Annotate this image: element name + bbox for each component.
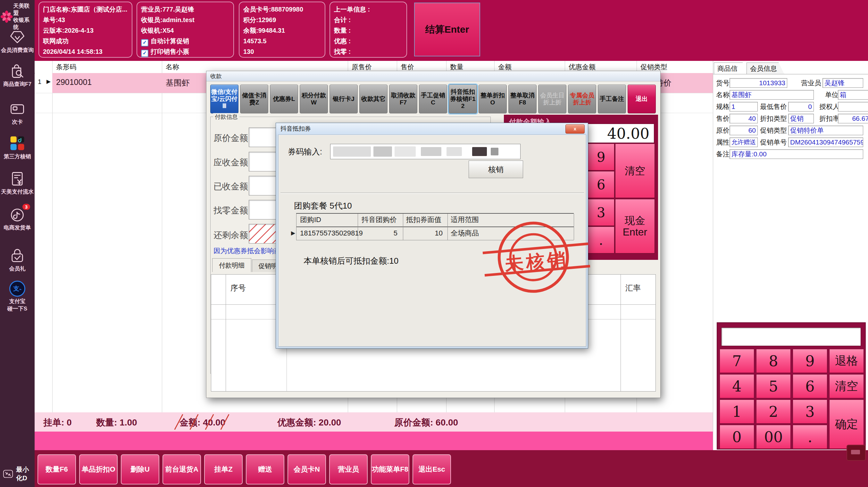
remark-field[interactable]: 库存量:0.00	[730, 149, 863, 159]
network-status: 联网成功	[43, 36, 128, 46]
detail-col-seq: 序号	[230, 283, 246, 293]
cancel-payment-button[interactable]: 取消收款F7	[389, 85, 417, 113]
keypad-display[interactable]	[721, 327, 861, 346]
clerk-field[interactable]: 吴赵锋	[823, 78, 863, 88]
key-7[interactable]: 7	[720, 349, 754, 373]
minimize-label: 最小化D	[16, 465, 35, 483]
authorizer-field[interactable]	[838, 102, 868, 111]
auto-promo-option[interactable]: ✓自动计算促销	[141, 36, 229, 46]
tab-member-info[interactable]: 会员信息	[746, 63, 784, 74]
member-extra1: 14573.5	[243, 36, 321, 46]
function-menu-button[interactable]: 功能菜单F8	[371, 454, 409, 484]
pay-key-9[interactable]: 9	[588, 143, 615, 170]
sidebar-item-member-consume-query[interactable]: 会员消费查询	[0, 29, 35, 54]
hold-order-button[interactable]: 挂单Z	[204, 454, 243, 484]
sidebar-item-member-gift[interactable]: 会员礼	[0, 247, 35, 272]
member-ext2: 130	[243, 46, 321, 57]
key-3[interactable]: 3	[793, 399, 827, 424]
receipt-yen-icon	[9, 170, 26, 187]
minimize-button[interactable]: 最小化D	[3, 465, 35, 483]
attr-field[interactable]: 允许赠送	[730, 137, 758, 147]
sidebar-item-tianmei-pay-flow[interactable]: 天美支付流水	[0, 170, 35, 195]
exit-esc-button[interactable]: 退出Esc	[412, 454, 451, 484]
min-price-field[interactable]: 0	[788, 102, 814, 111]
pay-key-dot[interactable]: .	[588, 227, 615, 253]
gift-button[interactable]: 赠送	[246, 454, 284, 484]
row-index-cell: 1 ▶	[35, 73, 52, 93]
key-00[interactable]: 00	[756, 425, 791, 449]
pay-wechat-alipay-button[interactable]: 微信/支付宝/云闪付Ⅲ	[210, 85, 239, 113]
pay-other-button[interactable]: 收款其它	[359, 85, 388, 113]
manual-promo-button[interactable]: 手工促销C	[419, 85, 447, 113]
col-barcode: 条形码	[56, 61, 76, 73]
promo-no-field[interactable]: DM26041309474965759	[788, 137, 863, 147]
douyin-coupon-verify-button[interactable]: 抖音抵扣券核销F12	[449, 85, 477, 113]
promo-type-field[interactable]: 促销特价单	[788, 126, 863, 135]
key-9[interactable]: 9	[793, 349, 827, 373]
logo-flower-icon	[0, 10, 13, 23]
unit-field[interactable]: 箱	[838, 90, 868, 100]
sidebar-item-ecommerce-shipping[interactable]: 3 电商发货单	[0, 206, 35, 231]
cashier-info-panel: 营业员:777.吴赵锋 收银员:admin.test 收银机:X54 ✓自动计算…	[136, 2, 234, 58]
item-discount-button[interactable]: 单品折扣O	[79, 454, 118, 484]
pay-key-3[interactable]: 3	[588, 199, 615, 226]
discount-rate-field[interactable]: 66.67	[838, 114, 868, 123]
key-6[interactable]: 6	[793, 374, 827, 398]
pay-key-cash-enter[interactable]: 现金Enter	[615, 199, 655, 253]
manual-remark-button[interactable]: 手工备注	[598, 85, 626, 113]
member-card-button[interactable]: 会员卡N	[287, 454, 326, 484]
tab-product-info[interactable]: 商品信息	[714, 63, 748, 74]
return-button[interactable]: 前台退货A	[162, 454, 201, 484]
orig-price-field[interactable]: 60	[730, 126, 758, 135]
key-dot[interactable]: .	[793, 425, 827, 449]
dialog-exit-button[interactable]: 退出	[628, 85, 656, 113]
key-0[interactable]: 0	[720, 425, 754, 449]
key-4[interactable]: 4	[720, 374, 754, 398]
orig-amount-label: 原价金额	[214, 132, 248, 144]
sidebar-item-third-party-verify[interactable]: 第三方核销	[0, 135, 35, 160]
item-no-field[interactable]: 1013933	[730, 78, 787, 88]
sidebar-item-alipay-tap[interactable]: 支⌁ 支付宝 碰一下S	[0, 281, 35, 313]
print-receipt-option[interactable]: ✓打印销售小票	[141, 46, 229, 57]
pay-stored-card-button[interactable]: 储值卡消费Z	[240, 85, 268, 113]
status-amount: 金额: 40.00	[180, 417, 225, 429]
pay-key-6[interactable]: 6	[588, 171, 615, 198]
checkbox-checked-icon[interactable]: ✓	[141, 39, 148, 46]
qty-button[interactable]: 数量F6	[37, 454, 76, 484]
checkbox-checked-icon[interactable]: ✓	[141, 50, 148, 57]
sidebar-item-product-query[interactable]: 商品查询F7	[0, 63, 35, 88]
key-confirm[interactable]: 确定	[829, 399, 864, 449]
key-2[interactable]: 2	[756, 399, 791, 424]
pay-coupon-button[interactable]: 优惠券L	[270, 85, 298, 113]
delete-button[interactable]: 删除U	[121, 454, 159, 484]
key-clear[interactable]: 清空	[829, 374, 864, 398]
tab-payment-detail[interactable]: 付款明细	[212, 258, 251, 272]
pink-band	[35, 431, 713, 450]
whole-order-cancel-button[interactable]: 整单取消F8	[508, 85, 536, 113]
coupon-row-marker-icon: ▶	[291, 227, 295, 240]
key-8[interactable]: 8	[756, 349, 791, 373]
pay-points-button[interactable]: 积分付款W	[300, 85, 328, 113]
key-1[interactable]: 1	[720, 399, 754, 424]
birthday-discount-button[interactable]: 会员生日折上折	[538, 85, 566, 113]
spec-field[interactable]: 1	[730, 102, 758, 111]
pay-key-clear[interactable]: 清空	[615, 143, 655, 198]
auto-promo-label: 自动计算促销	[151, 37, 189, 44]
pay-bank-card-button[interactable]: 银行卡J	[330, 85, 358, 113]
key-backspace[interactable]: 退格	[829, 349, 864, 373]
price-field[interactable]: 40	[730, 114, 758, 123]
exclusive-member-discount-button[interactable]: 专属会员折上折	[568, 85, 596, 113]
coupon-code-input[interactable]	[330, 144, 521, 159]
corner-widget-icon[interactable]	[846, 445, 866, 461]
verify-button[interactable]: 核销	[469, 161, 523, 178]
settle-enter-button[interactable]: 结算Enter	[414, 3, 480, 56]
last-order-discount: 优惠 :	[334, 36, 403, 46]
key-5[interactable]: 5	[756, 374, 791, 398]
name-field[interactable]: 基围虾	[730, 90, 814, 100]
clerk-button[interactable]: 营业员	[329, 454, 368, 484]
sidebar-item-punch-card[interactable]: 次卡	[0, 101, 35, 126]
card-icon	[9, 101, 26, 117]
discount-type-field[interactable]: 促销	[788, 114, 814, 123]
whole-order-discount-button[interactable]: 整单折扣O	[478, 85, 507, 113]
close-icon[interactable]: x	[565, 124, 585, 134]
